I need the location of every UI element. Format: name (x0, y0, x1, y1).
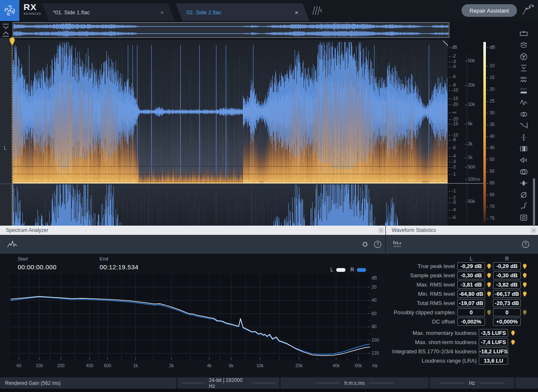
de-bleed-icon[interactable] (517, 51, 530, 62)
x-axis-tick-label: 10k (253, 363, 266, 368)
tab-label: 02. Side 2.flac (187, 9, 221, 16)
marker-pin-icon[interactable] (511, 330, 515, 336)
status-bar: Rendered Gain (562 ms)24-bit | 192000 Hz… (0, 377, 538, 389)
spectrum-panel-toolbar: ? (0, 235, 385, 254)
y-axis-tick-label: 120 (372, 350, 379, 355)
tab-close-icon[interactable]: × (160, 9, 164, 16)
bottom-strip (0, 389, 538, 392)
marker-pin-icon[interactable] (487, 273, 491, 279)
gear-icon[interactable] (361, 240, 369, 250)
eq-curve-icon[interactable] (517, 120, 530, 131)
status-segment[interactable]: Hz (430, 377, 514, 389)
stat-value-left: 0 (457, 308, 485, 316)
rx-app-window: RX ADVANCED *01. Side 1.flac × 02. Side … (0, 0, 538, 392)
spectral-recovery-icon[interactable] (517, 189, 530, 200)
marker-pin-icon[interactable] (487, 291, 491, 297)
x-axis-tick-label: 2k (165, 363, 178, 368)
frequency-scale[interactable]: 50k20k10k5k2k1k500100Hz50k (465, 0, 483, 226)
de-crackle-icon[interactable] (517, 74, 530, 85)
marker-pin-icon[interactable] (487, 263, 491, 269)
end-value: 00:12:19.534 (100, 263, 138, 271)
tab-label: *01. Side 1.flac (53, 9, 90, 16)
y-axis-tick-label: 40 (372, 297, 377, 303)
marker-pin-icon[interactable] (522, 282, 527, 288)
azimuth-icon[interactable] (517, 178, 530, 189)
izotope-logo-icon[interactable] (0, 0, 19, 21)
y-axis-tick-label: 80 (372, 324, 377, 329)
de-reverb-icon[interactable] (517, 109, 530, 120)
help-icon[interactable]: ? (374, 240, 382, 250)
stats-panel-titlebar[interactable]: Waveform Statistics × (386, 226, 538, 235)
channel-gutter[interactable]: L (0, 38, 12, 226)
spectrogram-right-channel[interactable] (13, 184, 448, 226)
amplitude-scale[interactable]: dB-2-3-4-6-8-10-15-20-∞-20-15-10-8-6-4-3… (449, 0, 464, 226)
marker-pin-icon[interactable] (511, 339, 515, 345)
x-axis-tick-label: 40 (13, 363, 25, 368)
signal-chain-icon[interactable] (521, 3, 535, 18)
spectrum-plot[interactable] (11, 274, 370, 360)
loudness-icon[interactable] (517, 155, 530, 166)
x-axis-tick-label: 400 (83, 363, 96, 368)
start-value: 00:00:00.000 (18, 263, 56, 271)
marker-pin-icon[interactable] (522, 310, 527, 316)
spectrogram-colorbar[interactable] (483, 42, 486, 224)
module-toolbar (514, 22, 538, 226)
stat-value-right: -66,17 dB (493, 290, 521, 298)
toolbar-scrollbar[interactable] (533, 178, 535, 225)
svg-text:?: ? (525, 242, 527, 247)
monitor-icon[interactable] (517, 212, 530, 223)
marker-pin-icon[interactable] (522, 273, 527, 279)
waveform-overview[interactable] (13, 22, 449, 38)
tab-close-icon[interactable]: × (295, 9, 298, 16)
stat-value-left: -0,002% (457, 318, 485, 326)
stat-value-right: +0,000% (493, 318, 521, 326)
plugin-icon[interactable] (517, 201, 530, 212)
loudness-value: -3,5 LUFS (479, 329, 508, 337)
marker-pin-icon[interactable] (487, 310, 491, 316)
x-axis-tick-label: 20k (293, 363, 306, 368)
legend-left-pill[interactable] (336, 268, 345, 272)
y-axis-tick-label: 20 (372, 284, 377, 289)
help-icon[interactable]: ? (522, 240, 530, 250)
svg-text:?: ? (377, 242, 379, 247)
y-axis-tick-label: 100 (372, 337, 379, 342)
de-clip-icon[interactable] (517, 97, 530, 108)
status-segment[interactable]: h:m:s.ms (280, 377, 429, 389)
column-header-right: R (493, 256, 521, 262)
status-segment[interactable]: 24-bit | 192000 Hz (177, 377, 280, 389)
loudness-value: -7,4 LUFS (479, 338, 508, 346)
marker-pin-icon[interactable] (487, 282, 491, 288)
gain-icon[interactable] (517, 132, 530, 143)
stats-panel-toolbar: ? (386, 235, 538, 254)
tab-side1[interactable]: *01. Side 1.flac × (42, 3, 175, 21)
start-label: Start (18, 256, 28, 261)
leveler-icon[interactable] (517, 143, 530, 154)
marker-pin-icon[interactable] (522, 263, 527, 269)
spectral-de-noise-icon[interactable] (517, 86, 530, 97)
marker-pin-icon[interactable] (522, 291, 527, 297)
x-axis-tick-label: 60k (352, 363, 365, 368)
stat-row-label: True peak level (386, 263, 455, 269)
legend-right-pill[interactable] (357, 268, 366, 272)
channel-legend: L R (330, 267, 371, 273)
spectrum-panel-titlebar[interactable]: Spectrum Analyzer × (0, 226, 385, 235)
tab-overflow-icon[interactable] (311, 5, 323, 18)
spectrogram-left-channel[interactable] (13, 40, 448, 184)
legend-left-label: L (330, 267, 333, 273)
playhead-pin-icon[interactable] (9, 37, 16, 48)
panel-title: Spectrum Analyzer (6, 227, 48, 233)
close-icon[interactable]: × (531, 228, 536, 233)
close-icon[interactable]: × (378, 228, 384, 233)
x-axis-unit: Hz (372, 363, 383, 368)
stat-value-right: -20,73 dB (493, 299, 521, 307)
spectrum-icon (7, 239, 18, 250)
tab-side2[interactable]: 02. Side 2.flac × (176, 3, 309, 21)
stat-value-left: -3,81 dB (457, 281, 485, 289)
find-similar-icon[interactable] (517, 28, 530, 39)
de-click-icon[interactable] (517, 63, 530, 74)
channel-label: L (4, 145, 7, 151)
phase-icon[interactable] (517, 166, 530, 177)
mouth-de-click-icon[interactable] (517, 39, 530, 50)
y-axis-tick-label: 60 (372, 311, 377, 316)
stat-value-left: -64,80 dB (457, 290, 485, 298)
